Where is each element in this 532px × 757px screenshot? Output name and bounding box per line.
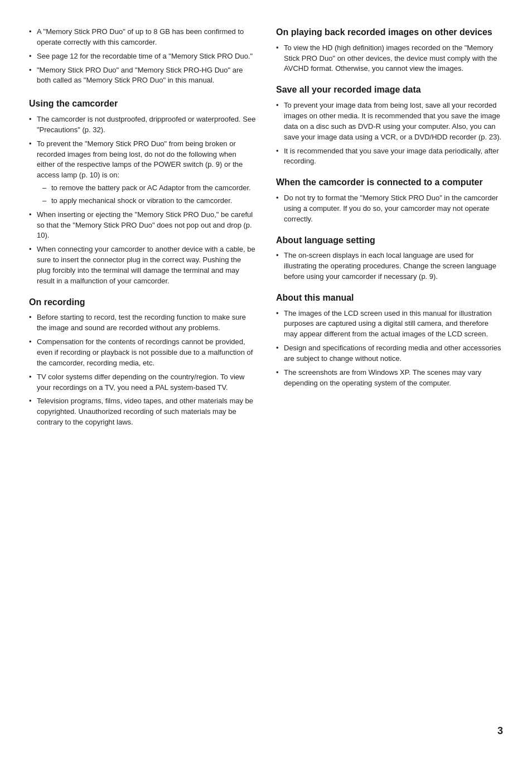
when-connected-bullets: Do not try to format the "Memory Stick P…: [276, 193, 503, 225]
about-manual-bullets: The images of the LCD screen used in thi…: [276, 308, 503, 389]
section-title-when-connected: When the camcorder is connected to a com…: [276, 177, 503, 189]
list-item: to apply mechanical shock or vibration t…: [42, 196, 256, 206]
page: A "Memory Stick PRO Duo" of up to 8 GB h…: [0, 0, 532, 757]
about-language-bullets: The on-screen displays in each local lan…: [276, 250, 503, 282]
section-title-on-playing-back: On playing back recorded images on other…: [276, 27, 503, 38]
on-recording-bullets: Before starting to record, test the reco…: [29, 312, 256, 427]
list-item: To prevent your image data from being lo…: [276, 100, 503, 142]
page-number: 3: [497, 725, 503, 737]
list-item: TV color systems differ depending on the…: [29, 372, 256, 393]
on-playing-back-bullets: To view the HD (high definition) images …: [276, 43, 503, 75]
section-about-manual: About this manual The images of the LCD …: [276, 292, 503, 389]
list-item: To prevent the "Memory Stick PRO Duo" fr…: [29, 139, 256, 206]
list-item: Design and specifications of recording m…: [276, 343, 503, 364]
save-all-bullets: To prevent your image data from being lo…: [276, 100, 503, 167]
list-item: It is recommended that you save your ima…: [276, 146, 503, 167]
list-item: The images of the LCD screen used in thi…: [276, 308, 503, 340]
list-item: When inserting or ejecting the "Memory S…: [29, 210, 256, 242]
list-item: A "Memory Stick PRO Duo" of up to 8 GB h…: [29, 27, 256, 48]
list-item: to remove the battery pack or AC Adaptor…: [42, 183, 256, 194]
list-item: "Memory Stick PRO Duo" and "Memory Stick…: [29, 65, 256, 86]
section-using-camcorder: Using the camcorder The camcorder is not…: [29, 98, 256, 286]
section-title-on-recording: On recording: [29, 297, 256, 308]
section-on-recording: On recording Before starting to record, …: [29, 297, 256, 428]
list-item: To view the HD (high definition) images …: [276, 43, 503, 75]
right-column: On playing back recorded images on other…: [276, 27, 503, 730]
intro-bullets: A "Memory Stick PRO Duo" of up to 8 GB h…: [29, 27, 256, 86]
left-column: A "Memory Stick PRO Duo" of up to 8 GB h…: [29, 27, 256, 730]
section-title-using-camcorder: Using the camcorder: [29, 98, 256, 110]
list-item: Do not try to format the "Memory Stick P…: [276, 193, 503, 225]
list-item: See page 12 for the recordable time of a…: [29, 51, 256, 62]
sub-bullets: to remove the battery pack or AC Adaptor…: [42, 183, 256, 206]
section-when-connected: When the camcorder is connected to a com…: [276, 177, 503, 224]
section-title-about-language: About language setting: [276, 235, 503, 247]
list-item: The on-screen displays in each local lan…: [276, 250, 503, 282]
list-item: When connecting your camcorder to anothe…: [29, 244, 256, 286]
section-on-playing-back: On playing back recorded images on other…: [276, 27, 503, 74]
list-item: The camcorder is not dustproofed, drippr…: [29, 114, 256, 136]
list-item: Television programs, films, video tapes,…: [29, 396, 256, 428]
section-title-about-manual: About this manual: [276, 292, 503, 304]
section-save-all: Save all your recorded image data To pre…: [276, 84, 503, 167]
section-about-language: About language setting The on-screen dis…: [276, 235, 503, 282]
section-title-save-all: Save all your recorded image data: [276, 84, 503, 96]
list-item: Before starting to record, test the reco…: [29, 312, 256, 334]
using-camcorder-bullets: The camcorder is not dustproofed, drippr…: [29, 114, 256, 287]
list-item: The screenshots are from Windows XP. The…: [276, 368, 503, 389]
list-item: Compensation for the contents of recordi…: [29, 337, 256, 369]
